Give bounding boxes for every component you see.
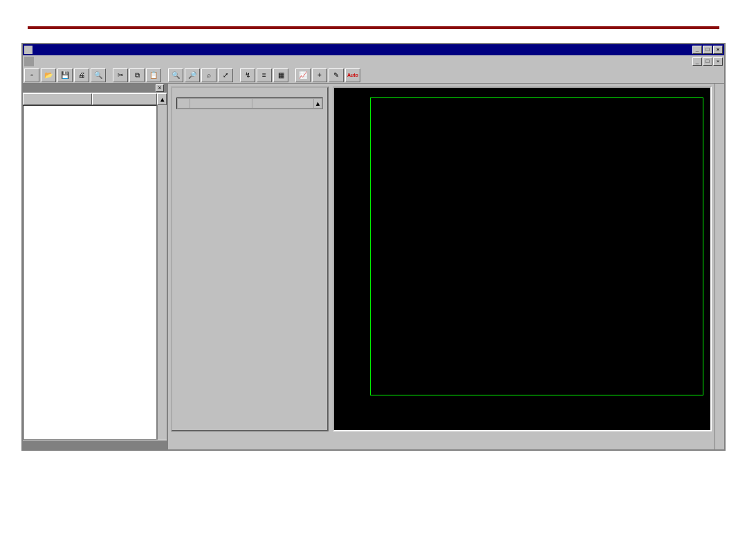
minimize-button[interactable]: _ — [692, 46, 702, 54]
save-icon[interactable]: 💾 — [57, 68, 73, 82]
trace-icon[interactable]: ↯ — [240, 68, 255, 82]
app-window: _ □ × _ □ × ▫ 📂 💾 🖨 🔍 — [21, 43, 726, 451]
spec-panel: ▴ — [171, 86, 329, 431]
menu-file[interactable] — [35, 61, 44, 62]
paste-icon[interactable]: 📋 — [146, 68, 161, 82]
models-panel-title: × — [23, 84, 167, 93]
menu-bar: _ □ × — [23, 55, 724, 67]
tab-bar — [168, 434, 714, 449]
menu-help[interactable] — [103, 61, 111, 62]
zoom-out-icon[interactable]: 🔎 — [185, 68, 200, 82]
auto-icon[interactable]: Auto — [345, 68, 360, 82]
marker-icon[interactable]: ✎ — [329, 68, 344, 82]
child-minimize-button[interactable]: _ — [692, 57, 702, 66]
menu-window[interactable] — [93, 61, 102, 62]
menu-model[interactable] — [64, 61, 73, 62]
title-bar[interactable]: _ □ × — [23, 44, 724, 55]
preview-icon[interactable]: 🔍 — [91, 68, 106, 82]
app-icon — [24, 46, 33, 54]
zoom-area-icon[interactable]: ⌕ — [201, 68, 216, 82]
spec-scroll-up-icon[interactable]: ▴ — [314, 99, 322, 109]
col-index[interactable] — [178, 99, 190, 109]
spec-table[interactable]: ▴ — [176, 97, 323, 109]
parameters-panel-title[interactable] — [23, 440, 167, 449]
maximize-button[interactable]: □ — [703, 46, 712, 54]
zoom-fit-icon[interactable]: ⤢ — [218, 68, 233, 82]
scrollbar[interactable] — [157, 105, 167, 440]
cut-icon[interactable]: ✂ — [113, 68, 128, 82]
chart-add-icon[interactable]: 📈 — [295, 68, 311, 82]
models-list[interactable] — [23, 105, 157, 440]
models-list-header: ▴ — [23, 93, 167, 105]
toolbar: ▫ 📂 💾 🖨 🔍 ✂ ⧉ 📋 🔍 🔎 ⌕ ⤢ ↯ ≡ ▦ 📈 + ✎ Auto — [23, 67, 724, 84]
child-maximize-button[interactable]: □ — [703, 57, 712, 66]
divider — [28, 26, 719, 29]
col-vfwd[interactable] — [190, 99, 252, 109]
models-panel: × ▴ — [23, 84, 168, 449]
plot-area[interactable] — [333, 86, 712, 431]
new-icon[interactable]: ▫ — [24, 68, 39, 82]
panel-close-icon[interactable]: × — [156, 84, 164, 92]
menu-plot[interactable] — [74, 61, 82, 62]
child-close-button[interactable]: × — [713, 57, 723, 66]
scroll-header-icon: ▴ — [157, 93, 167, 105]
cursor-icon[interactable]: + — [312, 68, 327, 82]
col-ifwd[interactable] — [252, 99, 314, 109]
menu-edit[interactable] — [45, 61, 53, 62]
zoom-in-icon[interactable]: 🔍 — [168, 68, 183, 82]
menu-tools[interactable] — [84, 61, 92, 62]
grid-icon[interactable]: ▦ — [273, 68, 288, 82]
close-button[interactable]: × — [713, 46, 723, 54]
menu-view[interactable] — [55, 61, 63, 62]
plot-axes — [370, 97, 703, 395]
open-icon[interactable]: 📂 — [41, 68, 56, 82]
right-scrollbar[interactable] — [714, 84, 724, 449]
col-type[interactable] — [92, 93, 157, 105]
print-icon[interactable]: 🖨 — [74, 68, 89, 82]
copy-icon[interactable]: ⧉ — [129, 68, 145, 82]
log-axis-icon[interactable]: ≡ — [257, 68, 272, 82]
mdi-child-icon[interactable] — [24, 57, 34, 66]
col-model-name[interactable] — [23, 93, 92, 105]
